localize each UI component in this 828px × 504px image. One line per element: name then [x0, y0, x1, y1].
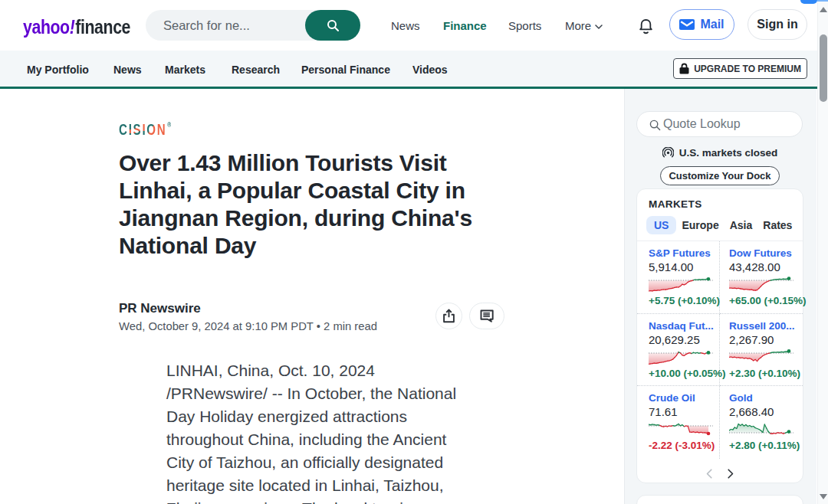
search-icon [327, 19, 340, 32]
cision-letter: C [119, 120, 129, 138]
quote-tile: Dow Futures 43,428.00 +65.00 (+0.15%) [720, 241, 803, 314]
quote-link[interactable]: S&P Futures [649, 247, 719, 260]
article-date: Wed, October 9, 2024 at 9:10 PM PDT [119, 320, 314, 332]
chevron-down-icon [595, 25, 603, 29]
registered-mark: ® [167, 121, 171, 129]
tab-asia[interactable]: Asia [724, 216, 758, 234]
comment-icon [480, 309, 494, 322]
markets-tabs: US Europe Asia Rates [637, 209, 803, 241]
sparkline-chart [649, 276, 713, 292]
share-icon [442, 309, 455, 323]
subnav-markets[interactable]: Markets [165, 64, 205, 76]
logo-exclamation: ! [70, 15, 75, 38]
article-meta: PR Newswire Wed, October 9, 2024 at 9:10… [119, 301, 504, 332]
next-page-button[interactable] [726, 467, 735, 480]
subnav-videos[interactable]: Videos [412, 64, 448, 76]
scroll-up-arrow[interactable] [820, 7, 827, 12]
quote-link[interactable]: Gold [729, 391, 803, 404]
article-title: Over 1.43 Million Tourists Visit Linhai,… [119, 149, 502, 260]
quote-tile: Gold 2,668.40 +2.80 (+0.11%) [720, 386, 803, 459]
markets-pager [637, 459, 803, 483]
quote-tile: Crude Oil 71.61 -2.22 (-3.01%) [637, 386, 720, 459]
yahoo-finance-logo[interactable]: yahoo!finance [23, 15, 130, 39]
notification-bell-button[interactable] [637, 18, 654, 34]
quote-value: 2,668.40 [729, 404, 803, 419]
finance-subnav: My Portfolio News Markets Research Perso… [0, 51, 817, 89]
tab-rates[interactable]: Rates [757, 216, 797, 234]
quote-tile: S&P Futures 5,914.00 +5.75 (+0.10%) [637, 241, 720, 314]
prev-page-button[interactable] [705, 467, 714, 480]
premium-label: UPGRADE TO PREMIUM [694, 64, 801, 74]
quote-link[interactable]: Russell 200... [729, 319, 803, 332]
subnav-news[interactable]: News [113, 64, 142, 76]
quote-change: +5.75 (+0.10%) [649, 295, 719, 307]
search-button[interactable] [305, 10, 360, 41]
subnav-my-portfolio[interactable]: My Portfolio [27, 64, 89, 76]
sparkline-chart [729, 349, 794, 365]
subnav-research[interactable]: Research [232, 64, 280, 76]
scroll-down-arrow[interactable] [820, 494, 827, 499]
topnav-news[interactable]: News [391, 19, 420, 32]
upgrade-to-premium-button[interactable]: UPGRADE TO PREMIUM [673, 58, 807, 79]
quote-link[interactable]: Crude Oil [649, 391, 719, 404]
logo-yahoo-text: yahoo [23, 15, 70, 38]
market-status-label: U.S. markets closed [679, 147, 777, 159]
cision-letter: O [146, 120, 157, 138]
tab-europe[interactable]: Europe [676, 216, 724, 234]
mail-icon [679, 19, 695, 30]
comments-button[interactable] [469, 303, 504, 329]
sparkline-chart [649, 421, 713, 437]
sidebar: U.S. markets closed Customize Your Dock … [625, 89, 816, 504]
next-panel [636, 495, 803, 504]
quote-value: 20,629.25 [649, 332, 719, 347]
sparkline-chart [649, 349, 713, 365]
quote-change: +65.00 (+0.15%) [729, 295, 803, 307]
cision-letter: S [133, 120, 143, 138]
browser-page: yahoo!finance News Finance Sports More M… [0, 0, 828, 504]
topnav-more[interactable]: More [565, 19, 603, 32]
article-source[interactable]: PR Newswire [119, 301, 377, 316]
subnav-personal-finance[interactable]: Personal Finance [301, 64, 390, 76]
topnav-finance[interactable]: Finance [443, 19, 487, 32]
quote-value: 2,267.90 [729, 332, 803, 347]
scroll-thumb[interactable] [820, 34, 827, 102]
quote-lookup [636, 111, 803, 137]
quote-value: 43,428.00 [729, 260, 803, 274]
tab-us[interactable]: US [646, 216, 676, 234]
cutoff-blue-element [800, 0, 817, 4]
quote-tile: Russell 200... 2,267.90 +2.30 (+0.10%) [720, 314, 803, 387]
sparkline-chart [729, 276, 794, 292]
article-body: LINHAI, China, Oct. 10, 2024 /PRNewswire… [166, 359, 470, 504]
markets-panel: MARKETS US Europe Asia Rates S&P Futures… [636, 188, 803, 483]
markets-grid: S&P Futures 5,914.00 +5.75 (+0.10%) Dow … [637, 241, 803, 459]
quote-change: +2.80 (+0.11%) [729, 440, 803, 452]
read-time: 2 min read [324, 320, 377, 332]
page-content: CISION® Over 1.43 Million Tourists Visit… [0, 89, 817, 504]
sign-in-button[interactable]: Sign in [748, 9, 807, 40]
quote-change: +10.00 (+0.05%) [649, 368, 719, 380]
quote-lookup-input[interactable] [663, 112, 794, 136]
mail-button[interactable]: Mail [669, 9, 734, 40]
chevron-right-icon [728, 469, 734, 479]
quote-value: 71.61 [649, 404, 719, 419]
search-icon [649, 119, 661, 131]
scrollbar[interactable] [817, 0, 828, 504]
topnav-sports[interactable]: Sports [508, 19, 541, 32]
header: yahoo!finance News Finance Sports More M… [0, 0, 817, 51]
bell-icon [638, 18, 654, 35]
market-status: U.S. markets closed [636, 147, 803, 159]
cision-letter: I [142, 120, 146, 138]
quote-change: +2.30 (+0.10%) [729, 368, 803, 380]
customize-dock-button[interactable]: Customize Your Dock [660, 166, 779, 185]
cision-logo: CISION® [119, 119, 482, 136]
sparkline-chart [729, 421, 794, 437]
search-bar [146, 10, 360, 41]
search-input[interactable] [146, 10, 307, 41]
chevron-left-icon [706, 469, 712, 479]
quote-link[interactable]: Nasdaq Fut... [649, 319, 719, 332]
cision-letter: I [129, 120, 133, 138]
quote-tile: Nasdaq Fut... 20,629.25 +10.00 (+0.05%) [637, 314, 720, 387]
share-button[interactable] [435, 303, 462, 329]
cision-letter: N [157, 120, 167, 138]
quote-link[interactable]: Dow Futures [729, 247, 803, 260]
